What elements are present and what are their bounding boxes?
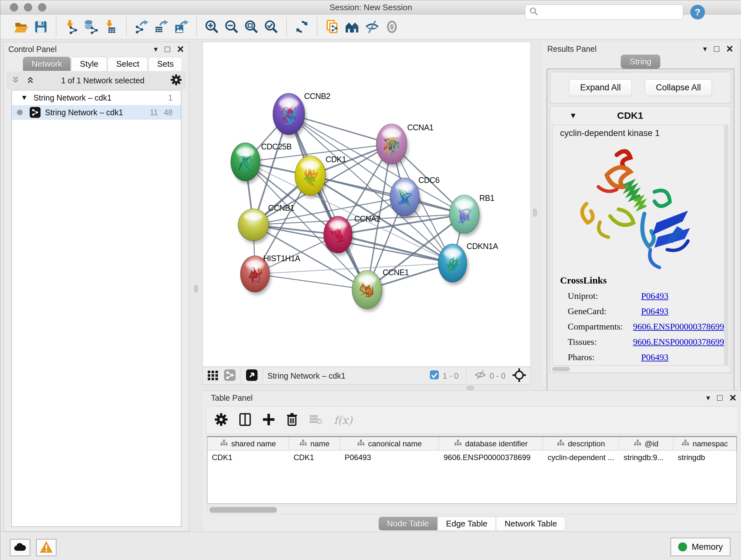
import-network-database-button[interactable] bbox=[81, 17, 101, 37]
network-row[interactable]: String Network – cdk1 11 48 bbox=[12, 105, 181, 120]
export-table-button[interactable] bbox=[151, 17, 172, 37]
table-cell[interactable]: stringdb bbox=[673, 450, 737, 464]
network-node-CCNE1[interactable]: CCNE1 bbox=[352, 268, 409, 312]
results-vertical-scrollbar[interactable] bbox=[725, 125, 728, 366]
table-cell[interactable]: CDK1 bbox=[289, 450, 340, 464]
tab-edge-table[interactable]: Edge Table bbox=[437, 516, 496, 531]
network-node-HIST1H1A[interactable]: HIST1H1A bbox=[240, 254, 300, 295]
results-tab-string[interactable]: String bbox=[621, 55, 660, 69]
tab-sets[interactable]: Sets bbox=[148, 57, 182, 71]
panel-menu-icon[interactable]: ▾ bbox=[703, 44, 707, 53]
show-columns-icon[interactable] bbox=[239, 413, 252, 428]
column-header-canonicalname[interactable]: canonical name bbox=[340, 437, 439, 450]
collection-expand-icon[interactable]: ▼ bbox=[21, 94, 28, 102]
panel-close-icon[interactable]: × bbox=[177, 45, 184, 53]
show-all-button[interactable] bbox=[382, 17, 402, 37]
crosslink-link[interactable]: 9606.ENSP00000378699 bbox=[633, 337, 724, 347]
hide-selected-button[interactable] bbox=[362, 17, 382, 37]
table-cell[interactable]: CDK1 bbox=[207, 450, 289, 464]
search-field[interactable] bbox=[525, 4, 683, 20]
search-input[interactable] bbox=[539, 8, 679, 17]
gene-collapse-icon[interactable]: ▼ bbox=[569, 111, 577, 120]
panel-float-icon[interactable]: □ bbox=[165, 44, 170, 54]
table-cell[interactable]: cyclin-dependent ... bbox=[543, 450, 619, 464]
first-neighbors-button[interactable] bbox=[342, 17, 362, 37]
new-network-from-selection-button[interactable] bbox=[323, 17, 342, 37]
delete-column-trash-icon[interactable] bbox=[286, 413, 298, 428]
import-network-file-button[interactable] bbox=[62, 17, 81, 37]
expand-all-button[interactable]: Expand All bbox=[569, 79, 632, 96]
column-header-name[interactable]: name bbox=[289, 437, 340, 450]
fit-crosshair-icon[interactable] bbox=[512, 368, 527, 384]
panel-menu-icon[interactable]: ▾ bbox=[154, 45, 158, 54]
scrollbar-thumb[interactable] bbox=[209, 507, 277, 513]
results-horizontal-scrollbar[interactable] bbox=[552, 367, 570, 371]
expand-all-icon[interactable] bbox=[25, 75, 35, 86]
crosslink-link[interactable]: P06493 bbox=[641, 306, 669, 316]
cloud-status-button[interactable] bbox=[10, 539, 30, 556]
column-header-description[interactable]: description bbox=[543, 437, 619, 450]
right-splitter-handle[interactable] bbox=[533, 209, 537, 216]
zoom-fit-button[interactable] bbox=[242, 17, 261, 37]
detach-view-icon[interactable] bbox=[246, 369, 258, 383]
warning-status-button[interactable] bbox=[36, 539, 57, 556]
crosslinks-heading: CrossLinks bbox=[560, 275, 724, 286]
column-header-sharedname[interactable]: shared name bbox=[207, 437, 289, 450]
network-node-RB1[interactable]: RB1 bbox=[449, 193, 494, 236]
network-node-CDKN1A[interactable]: CDKN1A bbox=[438, 242, 498, 285]
network-node-CCNB2[interactable]: CCNB2 bbox=[273, 91, 330, 138]
network-node-CDC6[interactable]: CDC6 bbox=[390, 176, 440, 219]
left-splitter-handle[interactable] bbox=[194, 285, 198, 293]
network-grid-view-icon[interactable] bbox=[207, 369, 219, 382]
crosslink-link[interactable]: P06493 bbox=[641, 291, 669, 301]
hidden-eye-icon[interactable] bbox=[474, 370, 486, 382]
collapse-all-button[interactable]: Collapse All bbox=[645, 79, 712, 96]
import-table-file-button[interactable] bbox=[101, 17, 121, 37]
crosslink-link[interactable]: P06493 bbox=[641, 352, 669, 362]
network-collection-row[interactable]: ▼ String Network – cdk1 1 bbox=[12, 90, 181, 105]
table-row[interactable]: CDK1CDK1P064939606.ENSP00000378699cyclin… bbox=[207, 450, 737, 464]
column-header-namespac[interactable]: namespac bbox=[673, 437, 737, 450]
table-horizontal-scrollbar[interactable] bbox=[207, 506, 737, 514]
open-session-button[interactable] bbox=[11, 17, 31, 37]
help-button[interactable]: ? bbox=[690, 4, 705, 20]
network-view-canvas[interactable]: CCNB2CCNA1CDC25BCDK1CDC6RB1CCNB1CCNA2CDK… bbox=[203, 42, 531, 367]
zoom-out-button[interactable] bbox=[222, 17, 242, 37]
gear-icon[interactable] bbox=[171, 74, 182, 87]
tab-node-table[interactable]: Node Table bbox=[379, 516, 437, 531]
network-edge-CCNE1-HIST1H1A[interactable] bbox=[255, 274, 367, 290]
create-column-plus-icon[interactable] bbox=[262, 413, 275, 428]
zoom-selected-button[interactable] bbox=[261, 17, 281, 37]
table-cell[interactable]: stringdb:9... bbox=[619, 450, 673, 464]
refresh-button[interactable] bbox=[292, 17, 312, 37]
horizontal-splitter-handle[interactable] bbox=[467, 386, 474, 390]
network-node-CDK1[interactable]: CDK1 bbox=[295, 155, 346, 198]
panel-float-icon[interactable]: □ bbox=[714, 44, 719, 54]
tab-network-table[interactable]: Network Table bbox=[496, 516, 565, 531]
save-session-button[interactable] bbox=[31, 17, 51, 37]
table-settings-gear-icon[interactable] bbox=[214, 413, 228, 428]
network-node-CCNA1[interactable]: CCNA1 bbox=[376, 123, 433, 167]
selected-checkbox-icon[interactable] bbox=[429, 370, 440, 382]
table-cell[interactable]: P06493 bbox=[340, 450, 439, 464]
network-node-CCNA2[interactable]: CCNA2 bbox=[324, 214, 381, 256]
panel-close-icon[interactable]: × bbox=[726, 45, 733, 53]
memory-button[interactable]: Memory bbox=[670, 538, 731, 556]
panel-menu-icon[interactable]: ▾ bbox=[706, 393, 710, 402]
tab-select[interactable]: Select bbox=[108, 57, 148, 71]
export-network-button[interactable] bbox=[132, 17, 151, 37]
network-edge-CDK1-RB1[interactable] bbox=[310, 176, 464, 214]
tab-network[interactable]: Network bbox=[23, 57, 71, 71]
tab-style[interactable]: Style bbox=[71, 57, 107, 71]
crosslink-link[interactable]: 9606.ENSP00000378699 bbox=[633, 321, 724, 332]
collapse-all-icon[interactable] bbox=[11, 75, 20, 86]
panel-float-icon[interactable]: □ bbox=[717, 393, 723, 403]
column-header-databaseidentifier[interactable]: database identifier bbox=[439, 437, 543, 450]
network-node-CDC25B[interactable]: CDC25B bbox=[231, 142, 292, 184]
panel-close-icon[interactable]: × bbox=[730, 394, 736, 402]
export-image-button[interactable] bbox=[172, 17, 191, 37]
network-share-view-icon[interactable] bbox=[223, 369, 236, 383]
table-cell[interactable]: 9606.ENSP00000378699 bbox=[439, 450, 543, 464]
zoom-in-button[interactable] bbox=[202, 17, 222, 37]
column-header-id[interactable]: @id bbox=[619, 437, 673, 450]
